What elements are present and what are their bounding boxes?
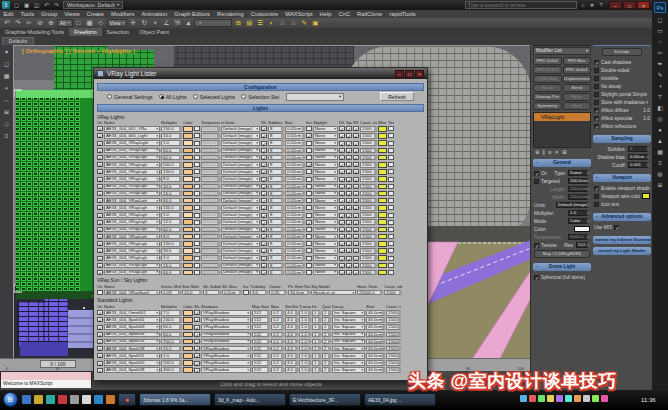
sample-range-field[interactable]: 4.0 xyxy=(285,310,298,316)
light-on-checkbox[interactable] xyxy=(97,148,103,153)
wire-color-swatch[interactable] xyxy=(378,248,387,254)
light-name-dropdown[interactable]: AE33_004_VRayLigh xyxy=(104,155,160,161)
option-checkbox[interactable] xyxy=(594,68,599,73)
subdivs-field[interactable]: 8 xyxy=(268,227,284,233)
map-size-field[interactable]: 512 xyxy=(252,324,270,330)
multiplier-field[interactable]: 200.0 xyxy=(161,317,182,323)
shadow-type-dropdown[interactable]: VRayShadow xyxy=(201,310,251,316)
bias-field[interactable]: 0.02cm xyxy=(285,140,305,146)
multiplier-field[interactable]: 60.0 xyxy=(161,270,182,276)
use-mis-checkbox[interactable] xyxy=(614,225,619,230)
transparency-field[interactable]: 1.0 xyxy=(299,310,311,316)
light-name-dropdown[interactable]: AE33_004_VRayLigh xyxy=(104,205,160,211)
bias-field[interactable]: 0.2 xyxy=(271,332,284,338)
targeted-checkbox[interactable] xyxy=(534,179,539,184)
temperature-field[interactable]: 6500.0 xyxy=(201,176,220,182)
skylight-dropdown[interactable]: None xyxy=(313,198,338,204)
photoshop-tool-icon[interactable]: ◍ xyxy=(657,171,662,178)
texture-map-button[interactable]: Map #4 (VRayHDRI) xyxy=(534,250,590,258)
left-toolbar-icon[interactable]: ↔ xyxy=(4,97,10,104)
selection-set-dropdown[interactable]: ▾ xyxy=(286,93,344,101)
shadows-checkbox[interactable] xyxy=(194,353,200,358)
temperature-field[interactable]: 6500.0 xyxy=(201,148,220,154)
transparency-field[interactable]: 1.0 xyxy=(299,339,311,345)
toolbar-icon[interactable]: ☰ xyxy=(255,18,265,28)
light-on-checkbox[interactable] xyxy=(97,184,103,189)
subdivs-field[interactable]: 8 xyxy=(268,126,284,132)
bias-field[interactable]: 0.02cm xyxy=(285,219,305,225)
affect-specular-checkbox[interactable] xyxy=(346,227,352,232)
menu-item[interactable]: rapidTools xyxy=(386,10,419,18)
subdivs-field[interactable]: 8 xyxy=(268,148,284,154)
icon-text-checkbox[interactable] xyxy=(388,148,394,153)
map-size-field[interactable]: 512 xyxy=(252,360,270,366)
length-field[interactable]: 250.0cm xyxy=(568,186,590,192)
temperature-field[interactable]: 6500.0 xyxy=(201,270,220,276)
units-dropdown[interactable]: Default (image) xyxy=(221,184,260,190)
caustic-subdivs-field[interactable]: 1500 xyxy=(360,248,377,254)
menu-item[interactable]: MAXScript xyxy=(282,10,316,18)
transparency-field[interactable]: 1.0 xyxy=(299,317,311,323)
temperature-checkbox[interactable] xyxy=(194,155,200,160)
affect-diffuse-checkbox[interactable] xyxy=(339,213,345,218)
bias-field[interactable]: 0.02cm xyxy=(285,263,305,269)
width-field[interactable]: 250.0cm xyxy=(568,194,590,200)
skylight-dropdown[interactable]: None xyxy=(313,212,338,218)
wire-color-swatch[interactable] xyxy=(378,169,387,175)
wire-color-swatch[interactable] xyxy=(378,255,387,261)
decay-dropdown[interactable]: Inv. Square xyxy=(332,339,365,345)
shadow-type-dropdown[interactable]: VRayShadow xyxy=(201,324,251,330)
shadows-checkbox[interactable] xyxy=(261,177,267,182)
bias-field[interactable]: 0.02cm xyxy=(285,241,305,247)
affect-reflections-checkbox[interactable] xyxy=(353,241,359,246)
caustic-subdivs-field[interactable]: 1500 xyxy=(386,367,401,373)
wire-color-swatch[interactable] xyxy=(378,140,387,146)
caustic-subdivs-field[interactable]: 1500 xyxy=(386,339,401,345)
units-dropdown[interactable]: Default (image) xyxy=(221,270,260,276)
light-name-dropdown[interactable]: AE33_004_Spot020 xyxy=(104,360,160,366)
mode-dropdown[interactable]: Color xyxy=(568,218,590,224)
light-on-checkbox[interactable] xyxy=(97,248,103,253)
units-dropdown[interactable]: Default (image) xyxy=(221,234,260,240)
minimize-button[interactable]: – xyxy=(609,1,622,9)
quick-launch-icon[interactable] xyxy=(94,395,103,404)
wire-color-swatch[interactable] xyxy=(378,234,387,240)
ribbon-tab[interactable]: Freeform xyxy=(69,28,101,36)
caustic-subdivs-field[interactable]: 1500 xyxy=(360,155,377,161)
icon-text-checkbox[interactable] xyxy=(388,248,394,253)
icon-text-checkbox[interactable] xyxy=(388,205,394,210)
toolbar-icon[interactable]: ◇ xyxy=(96,18,106,28)
decay-dropdown[interactable]: Inv. Square xyxy=(332,367,365,373)
icon-text-checkbox[interactable] xyxy=(388,198,394,203)
light-name-dropdown[interactable]: AE33_004_VRayLigh xyxy=(104,219,160,225)
affect-specular-checkbox[interactable] xyxy=(346,213,352,218)
affect-reflections-checkbox[interactable] xyxy=(353,234,359,239)
shadows-checkbox[interactable] xyxy=(261,141,267,146)
shadows-checkbox[interactable] xyxy=(194,361,200,366)
affect-diffuse-checkbox[interactable] xyxy=(339,191,345,196)
menu-item[interactable]: Edit xyxy=(0,10,17,18)
named-selection-dropdown[interactable]: ▾ xyxy=(194,19,232,27)
light-color-swatch[interactable] xyxy=(183,360,193,366)
light-color-swatch[interactable] xyxy=(183,255,193,261)
multiplier-field[interactable]: 500.0 xyxy=(161,162,182,168)
toolbar-icon[interactable]: ✛ xyxy=(128,18,138,28)
light-color-swatch[interactable] xyxy=(183,184,193,190)
caustic-subdivs-field[interactable]: 1500 xyxy=(360,227,377,233)
temperature-checkbox[interactable] xyxy=(194,148,200,153)
wire-color-swatch[interactable] xyxy=(378,148,387,154)
invisible-checkbox[interactable] xyxy=(306,126,312,131)
temperature-field[interactable]: 6500.0 xyxy=(201,169,220,175)
affect-diffuse-checkbox[interactable] xyxy=(339,177,345,182)
toolbar-icon[interactable]: ⊕ xyxy=(46,18,56,28)
sky-model-dropdown[interactable]: Hosek et al. xyxy=(311,290,356,296)
shadows-checkbox[interactable] xyxy=(194,346,200,351)
shadows-checkbox[interactable] xyxy=(261,169,267,174)
light-color-swatch[interactable] xyxy=(183,191,193,197)
caustic-subdivs-field[interactable]: 1500 xyxy=(360,140,377,146)
temperature-field[interactable]: 6500.0 xyxy=(201,248,220,254)
quality-field[interactable]: 2 xyxy=(322,346,331,352)
dialog-title-bar[interactable]: VRay Light Lister – □ × xyxy=(94,68,427,79)
type-dropdown[interactable]: Dome xyxy=(568,170,590,176)
light-name-dropdown[interactable]: AE33_004_VRayLigh xyxy=(104,255,160,261)
